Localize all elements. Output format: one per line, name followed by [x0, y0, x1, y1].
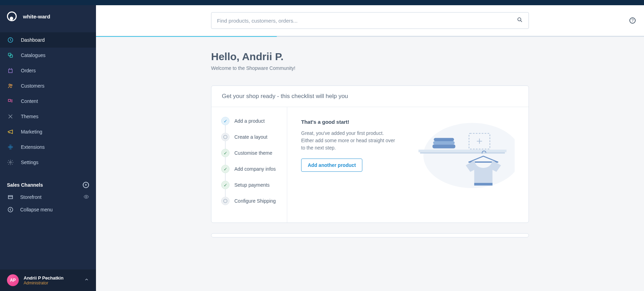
checklist-detail: That's a good start! Great, you've added… — [287, 107, 529, 223]
main-content: ? Hello, Andrii P. Welcome to the Shopwa… — [96, 5, 644, 291]
search-icon[interactable] — [517, 17, 523, 24]
pending-icon — [221, 197, 230, 205]
svg-point-4 — [11, 84, 12, 86]
detail-body: Great, you've added your first product. … — [301, 130, 396, 152]
sidebar-item-settings[interactable]: Settings — [0, 155, 96, 170]
sidebar-label: Extensions — [21, 144, 45, 150]
checklist-label: Add company infos — [234, 166, 276, 172]
svg-rect-14 — [420, 152, 505, 154]
checklist-title: Get your shop ready - this checklist wil… — [211, 86, 529, 107]
greeting: Hello, Andrii P. Welcome to the Shopware… — [211, 51, 529, 71]
checklist-label: Configure Shipping — [234, 198, 276, 204]
checklist: ✓ Add a product Create a layout ✓ Custom… — [211, 107, 287, 223]
orders-icon — [7, 67, 14, 74]
svg-rect-13 — [418, 149, 506, 152]
checklist-label: Setup payments — [234, 182, 269, 188]
greeting-subtitle: Welcome to the Shopware Community! — [211, 65, 529, 71]
collapse-menu[interactable]: Collapse menu — [0, 203, 96, 216]
sales-channel-storefront[interactable]: Storefront — [0, 191, 96, 203]
sidebar-header[interactable]: white-ward — [0, 5, 96, 27]
chevron-up-icon — [84, 277, 89, 283]
checklist-item-create-layout[interactable]: Create a layout — [221, 133, 281, 141]
sidebar-label: Themes — [21, 114, 39, 119]
sidebar-label: Orders — [21, 68, 36, 73]
browser-top-bar — [0, 0, 644, 5]
checklist-label: Customise theme — [234, 150, 272, 156]
sidebar-item-customers[interactable]: Customers — [0, 78, 96, 94]
sidebar: white-ward Dashboard Catalogues Orders — [0, 5, 96, 291]
sidebar-item-themes[interactable]: Themes — [0, 109, 96, 124]
svg-point-10 — [8, 207, 13, 212]
sidebar-item-content[interactable]: Content — [0, 94, 96, 109]
check-icon: ✓ — [221, 165, 230, 173]
greeting-title: Hello, Andrii P. — [211, 51, 529, 63]
checklist-panel: Get your shop ready - this checklist wil… — [211, 86, 529, 223]
sidebar-item-marketing[interactable]: Marketing — [0, 124, 96, 139]
catalogues-icon — [7, 52, 14, 59]
user-menu[interactable]: AP Andrii P Pechatkin Administrator — [0, 269, 96, 291]
channel-label: Storefront — [20, 194, 41, 200]
svg-rect-8 — [8, 196, 13, 199]
customers-icon — [7, 82, 14, 89]
svg-rect-20 — [474, 183, 493, 186]
storefront-icon — [7, 194, 14, 201]
checklist-item-setup-payments[interactable]: ✓ Setup payments — [221, 181, 281, 189]
svg-point-12 — [424, 123, 515, 188]
sidebar-nav: Dashboard Catalogues Orders Customers — [0, 32, 96, 170]
checklist-item-company-infos[interactable]: ✓ Add company infos — [221, 165, 281, 173]
user-name: Andrii P Pechatkin — [24, 275, 64, 281]
collapse-icon — [7, 206, 14, 213]
settings-icon — [7, 159, 14, 166]
sidebar-label: Marketing — [21, 129, 42, 135]
help-icon[interactable]: ? — [629, 17, 636, 24]
checklist-item-customise-theme[interactable]: ✓ Customise theme — [221, 149, 281, 157]
collapse-label: Collapse menu — [20, 207, 53, 212]
sidebar-item-dashboard[interactable]: Dashboard — [0, 32, 96, 48]
svg-point-3 — [9, 84, 11, 86]
check-icon: ✓ — [221, 149, 230, 157]
check-icon: ✓ — [221, 117, 230, 125]
shopware-logo-icon — [7, 11, 17, 21]
sidebar-item-catalogues[interactable]: Catalogues — [0, 48, 96, 63]
sidebar-label: Customers — [21, 83, 45, 89]
checklist-label: Create a layout — [234, 134, 267, 140]
add-channel-icon[interactable]: + — [83, 182, 89, 188]
checklist-item-add-product[interactable]: ✓ Add a product — [221, 117, 281, 125]
svg-point-9 — [86, 196, 87, 197]
sales-channels-header: Sales Channels + — [0, 177, 96, 191]
shop-name: white-ward — [23, 14, 50, 19]
sidebar-label: Catalogues — [21, 52, 46, 58]
sales-channels-title: Sales Channels — [7, 182, 43, 188]
sidebar-item-orders[interactable]: Orders — [0, 63, 96, 78]
svg-point-7 — [10, 162, 11, 163]
checklist-item-configure-shipping[interactable]: Configure Shipping — [221, 197, 281, 205]
themes-icon — [7, 113, 14, 120]
dashboard-icon — [7, 37, 14, 43]
next-panel-peek — [211, 233, 529, 237]
product-illustration — [410, 119, 515, 211]
svg-rect-17 — [433, 144, 456, 148]
svg-rect-16 — [433, 141, 455, 144]
content-icon — [7, 98, 14, 105]
svg-rect-6 — [10, 146, 11, 148]
svg-rect-15 — [434, 138, 454, 141]
sidebar-label: Dashboard — [21, 37, 45, 43]
sidebar-label: Settings — [21, 160, 39, 165]
extensions-icon — [7, 144, 14, 151]
svg-rect-5 — [8, 99, 10, 102]
detail-heading: That's a good start! — [301, 119, 396, 125]
eye-icon[interactable] — [83, 194, 89, 201]
pending-icon — [221, 133, 230, 141]
checklist-label: Add a product — [234, 118, 265, 124]
search-input[interactable] — [217, 18, 517, 24]
sidebar-item-extensions[interactable]: Extensions — [0, 139, 96, 155]
search-bar-zone: ? — [96, 5, 644, 36]
user-role: Administrator — [24, 281, 64, 285]
avatar: AP — [7, 274, 19, 286]
sidebar-label: Content — [21, 98, 38, 104]
add-another-product-button[interactable]: Add another product — [301, 159, 362, 172]
search-box[interactable] — [211, 12, 529, 29]
svg-point-11 — [518, 18, 521, 21]
check-icon: ✓ — [221, 181, 230, 189]
marketing-icon — [7, 128, 14, 135]
